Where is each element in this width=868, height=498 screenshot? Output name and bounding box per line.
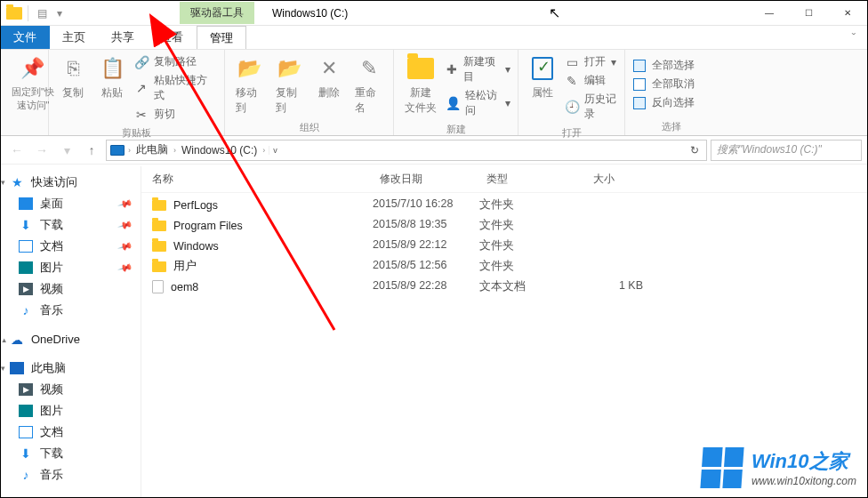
select-all-button[interactable]: 全部选择 <box>632 57 695 74</box>
open-icon: ▭ <box>565 55 579 69</box>
tab-home[interactable]: 主页 <box>50 26 99 49</box>
file-row[interactable]: Windows2015/8/9 22:12文件夹 <box>141 236 867 256</box>
ribbon-collapse-button[interactable]: ˇ <box>840 26 867 49</box>
star-icon: ★ <box>10 176 24 189</box>
col-date[interactable]: 修改日期 <box>373 166 479 192</box>
delete-button[interactable]: ✕删除 <box>312 53 346 102</box>
invert-icon <box>632 96 647 110</box>
file-row[interactable]: oem82015/8/9 22:28文本文档1 KB <box>141 277 867 297</box>
pin-icon: 📌 <box>117 238 134 254</box>
watermark: Win10之家 www.win10xitong.com <box>702 447 856 488</box>
titlebar: ▤ ▾ 驱动器工具 Windows10 (C:) — ☐ ✕ <box>1 1 867 26</box>
quick-access-toolbar: ▤ ▾ <box>1 5 73 21</box>
easy-access-button[interactable]: 👤轻松访问 ▾ <box>446 87 510 119</box>
file-row[interactable]: 用户2015/8/5 12:56文件夹 <box>141 256 867 277</box>
sidebar-item[interactable]: ♪音乐 <box>1 464 141 486</box>
maximize-button[interactable]: ☐ <box>789 1 828 26</box>
doc-icon <box>19 240 33 253</box>
group-label: 组织 <box>225 121 393 136</box>
invert-selection-button[interactable]: 反向选择 <box>632 94 695 111</box>
edit-button[interactable]: ✎编辑 <box>565 72 617 89</box>
new-folder-button[interactable]: 新建 文件夹 <box>401 53 440 117</box>
copy-icon: ⎘ <box>60 55 86 82</box>
col-size[interactable]: 大小 <box>586 166 657 192</box>
sidebar-item[interactable]: 图片📌 <box>1 257 141 278</box>
tab-share[interactable]: 共享 <box>99 26 148 49</box>
sidebar-onedrive[interactable]: ▸☁OneDrive <box>1 330 141 349</box>
close-button[interactable]: ✕ <box>828 1 867 26</box>
file-row[interactable]: PerfLogs2015/7/10 16:28文件夹 <box>141 195 867 215</box>
sidebar-item[interactable]: 图片 <box>1 400 141 422</box>
copy-path-button[interactable]: 🔗复制路径 <box>134 53 217 70</box>
up-button[interactable]: ↑ <box>81 140 102 161</box>
qat-button[interactable]: ▤ <box>34 5 50 21</box>
address-bar-row: ← → ▾ ↑ › 此电脑 › Windows10 (C:) › v ↻ 搜索"… <box>1 136 867 165</box>
minimize-button[interactable]: — <box>750 1 789 26</box>
breadcrumb[interactable]: Windows10 (C:) <box>180 144 259 157</box>
address-bar[interactable]: › 此电脑 › Windows10 (C:) › v ↻ <box>106 140 707 161</box>
cursor-icon: ↖ <box>549 4 560 21</box>
pin-icon: 📌 <box>117 217 134 233</box>
move-to-button[interactable]: 📂移动到 <box>232 53 267 117</box>
vid-icon: ▶ <box>19 283 33 295</box>
group-label: 选择 <box>625 120 718 135</box>
breadcrumb[interactable]: 此电脑 <box>134 142 170 157</box>
rename-icon: ✎ <box>356 55 382 82</box>
properties-button[interactable]: 属性 <box>526 53 559 102</box>
col-type[interactable]: 类型 <box>479 166 586 192</box>
mus-icon: ♪ <box>19 304 33 317</box>
contextual-tab-label: 驱动器工具 <box>180 2 254 24</box>
tab-file[interactable]: 文件 <box>1 26 50 49</box>
desk-icon <box>19 197 33 210</box>
group-label: 新建 <box>394 123 518 138</box>
sidebar-item[interactable]: ⬇下载 <box>1 443 141 464</box>
copy-to-button[interactable]: 📂复制到 <box>272 53 307 117</box>
doc-icon <box>19 426 33 438</box>
paste-icon: 📋 <box>99 55 125 82</box>
sidebar-quick-access[interactable]: ▾★快速访问 <box>1 172 141 193</box>
sidebar-item[interactable]: 桌面📌 <box>1 193 141 214</box>
edit-icon: ✎ <box>565 74 579 88</box>
sidebar-item[interactable]: ▶视频 <box>1 379 141 400</box>
sidebar-item[interactable]: ⬇下载📌 <box>1 214 141 236</box>
rename-button[interactable]: ✎重命名 <box>351 53 386 117</box>
dl-icon: ⬇ <box>19 447 33 460</box>
tab-view[interactable]: 查看 <box>148 26 197 49</box>
forward-button[interactable]: → <box>31 140 52 161</box>
folder-icon <box>152 261 166 272</box>
sidebar-item[interactable]: 文档📌 <box>1 236 141 257</box>
open-button[interactable]: ▭打开 ▾ <box>565 53 617 70</box>
history-button[interactable]: 🕘历史记录 <box>565 91 617 123</box>
column-headers: 名称 修改日期 类型 大小 <box>141 166 867 193</box>
sidebar-this-pc[interactable]: ▾此电脑 <box>1 357 141 379</box>
folder-icon <box>407 55 434 82</box>
file-row[interactable]: Program Files2015/8/8 19:35文件夹 <box>141 215 867 236</box>
properties-icon <box>529 55 556 82</box>
navigation-pane: ▾★快速访问 桌面📌⬇下载📌文档📌图片📌▶视频♪音乐 ▸☁OneDrive ▾此… <box>1 166 141 497</box>
pic-icon <box>19 261 33 274</box>
sidebar-item[interactable]: 文档 <box>1 422 141 443</box>
vid-icon: ▶ <box>19 383 33 396</box>
address-dropdown[interactable]: v <box>269 146 281 155</box>
select-none-button[interactable]: 全部取消 <box>632 76 695 92</box>
qat-button[interactable]: ▾ <box>52 5 68 21</box>
new-item-button[interactable]: ✚新建项目 ▾ <box>446 53 510 85</box>
paste-button[interactable]: 📋粘贴 <box>95 53 129 102</box>
pin-icon: 📌 <box>117 260 134 276</box>
paste-shortcut-button[interactable]: ↗粘贴快捷方式 <box>134 72 217 104</box>
search-input[interactable]: 搜索"Windows10 (C:)" <box>711 140 862 161</box>
folder-icon <box>152 241 166 252</box>
folder-icon <box>6 7 22 20</box>
path-icon: 🔗 <box>134 55 149 69</box>
recent-button[interactable]: ▾ <box>56 140 77 161</box>
sidebar-item[interactable]: ♪音乐 <box>1 300 141 321</box>
tab-manage[interactable]: 管理 <box>197 26 246 49</box>
back-button[interactable]: ← <box>6 140 28 161</box>
sidebar-item[interactable]: ▶视频 <box>1 278 141 300</box>
refresh-button[interactable]: ↻ <box>687 144 703 157</box>
copy-to-icon: 📂 <box>277 55 303 82</box>
dl-icon: ⬇ <box>19 219 33 231</box>
cut-button[interactable]: ✂剪切 <box>134 106 217 123</box>
copy-button[interactable]: ⎘复制 <box>56 53 90 102</box>
col-name[interactable]: 名称 <box>141 166 373 192</box>
